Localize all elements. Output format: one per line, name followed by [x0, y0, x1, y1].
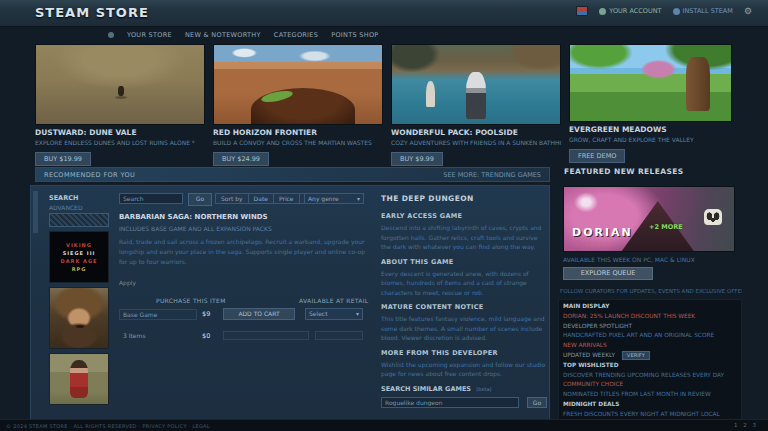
description-title: THE DEEP DUNGEON — [381, 194, 547, 203]
advanced-label[interactable]: ADVANCED — [49, 204, 83, 211]
game-card: WONDERFUL PACK: POOLSIDE COZY ADVENTURES… — [391, 44, 561, 166]
figure-main — [466, 72, 486, 119]
header-actions: YOUR ACCOUNT INSTALL STEAM ⚙ — [576, 6, 752, 16]
top-header-bar: STEAM STORE YOUR ACCOUNT INSTALL STEAM ⚙ — [0, 0, 768, 27]
capsule-tag: +2 MORE — [649, 223, 683, 231]
section-heading: MORE FROM THIS DEVELOPER — [381, 349, 547, 357]
game-card: RED HORIZON FRONTIER BUILD A CONVOY AND … — [213, 44, 383, 166]
verify-button[interactable]: VERIFY — [622, 351, 650, 360]
poster-line: RPG — [50, 266, 108, 272]
game-poster-thumb[interactable]: VIKING SIEGE III DARK AGE RPG — [49, 231, 109, 283]
section-heading: MATURE CONTENT NOTICE — [381, 303, 547, 311]
detail-row[interactable]: DORIAN: 25% LAUNCH DISCOUNT THIS WEEK — [563, 312, 741, 322]
sidebar-section-title: FEATURED NEW RELEASES — [564, 167, 684, 176]
section-paragraph: Descend into a shifting labyrinth of cav… — [381, 223, 547, 252]
genre-value: Any genre — [308, 194, 339, 203]
featured-cards-row: DUSTWARD: DUNE VALE EXPLORE ENDLESS DUNE… — [35, 44, 745, 166]
flag-icon[interactable] — [576, 6, 588, 16]
similar-search-row: Go — [381, 397, 547, 409]
retail-select-value: Select — [309, 309, 328, 319]
genre-dropdown[interactable]: Any genre ▾ — [304, 193, 364, 204]
account-link[interactable]: YOUR ACCOUNT — [599, 7, 661, 15]
section-title: RECOMMENDED FOR YOU — [36, 171, 135, 179]
game-thumbnail[interactable] — [569, 44, 732, 122]
globe-icon — [108, 32, 114, 38]
search-go-button[interactable]: Go — [188, 193, 212, 206]
retail-select-dropdown[interactable]: Select ▾ — [305, 308, 363, 320]
install-link[interactable]: INSTALL STEAM — [673, 7, 733, 15]
price-button[interactable]: BUY $24.99 — [213, 152, 269, 166]
gear-icon[interactable]: ⚙ — [744, 7, 752, 16]
detail-row: DISCOVER TRENDING UPCOMING RELEASES EVER… — [563, 371, 741, 381]
chevron-down-icon: ▾ — [357, 194, 360, 203]
red-dress-figure — [70, 360, 88, 398]
skull-icon — [704, 209, 722, 225]
tree-trunk — [686, 57, 710, 111]
similar-search-go-button[interactable]: Go — [527, 397, 547, 408]
game-title[interactable]: EVERGREEN MEADOWS — [569, 125, 732, 134]
game-thumbnail[interactable] — [391, 44, 561, 125]
filter-tags-box[interactable] — [49, 213, 109, 227]
game-card: DUSTWARD: DUNE VALE EXPLORE ENDLESS DUNE… — [35, 44, 205, 166]
purchase-row-label: 3 Items — [123, 332, 146, 339]
sort-price-segment[interactable]: Price — [273, 194, 299, 203]
game-subtitle: BUILD A CONVOY AND CROSS THE MARTIAN WAS… — [213, 139, 383, 146]
game-title[interactable]: WONDERFUL PACK: POOLSIDE — [391, 128, 561, 137]
mound-shape — [251, 88, 355, 125]
explore-queue-button[interactable]: EXPLORE QUEUE — [563, 267, 653, 280]
featured-capsule[interactable]: +2 MORE DORIAN II · ORIGINS — [563, 186, 735, 252]
thumbnail-rail: VIKING SIEGE III DARK AGE RPG — [49, 213, 109, 405]
character-thumb[interactable] — [49, 353, 109, 405]
selected-item-description: Raid, trade and sail across a frozen arc… — [119, 237, 371, 277]
nav-item-your-store[interactable]: YOUR STORE — [127, 31, 172, 39]
price-button[interactable]: BUY $9.99 — [391, 152, 443, 166]
game-card: EVERGREEN MEADOWS GROW, CRAFT AND EXPLOR… — [569, 44, 732, 163]
selected-item-subtitle: INCLUDES BASE GAME AND ALL EXPANSION PAC… — [119, 225, 375, 232]
section-paragraph: Wishlist the upcoming expansion and foll… — [381, 360, 547, 379]
scrollbar[interactable] — [33, 191, 38, 233]
see-more-link[interactable]: SEE MORE: TRENDING GAMES — [443, 171, 549, 179]
game-thumbnail[interactable] — [213, 44, 383, 125]
steam-store-window: STEAM STORE YOUR ACCOUNT INSTALL STEAM ⚙… — [0, 0, 768, 431]
sort-control: Sort by Date Price ▾ — [215, 193, 314, 204]
empty-field[interactable] — [223, 331, 309, 340]
empty-field[interactable] — [315, 331, 363, 340]
sort-date-segment[interactable]: Date — [248, 194, 273, 203]
sort-by-segment[interactable]: Sort by — [216, 194, 248, 203]
price-button[interactable]: FREE DEMO — [569, 149, 625, 163]
detail-row: TOP WISHLISTED — [563, 361, 741, 371]
poster-line: DARK AGE — [50, 258, 108, 264]
nav-item-points-shop[interactable]: POINTS SHOP — [331, 31, 378, 39]
section-header-bar: RECOMMENDED FOR YOU SEE MORE: TRENDING G… — [35, 167, 550, 182]
game-subtitle: GROW, CRAFT AND EXPLORE THE VALLEY — [569, 136, 732, 143]
purchase-row-price: $0 — [202, 332, 210, 340]
add-to-cart-button[interactable]: ADD TO CART — [223, 308, 295, 320]
barbarian-portrait-thumb[interactable] — [49, 287, 109, 349]
store-logo[interactable]: STEAM STORE — [35, 5, 149, 20]
search-input[interactable] — [119, 193, 183, 204]
download-icon — [673, 8, 680, 15]
install-link-label: INSTALL STEAM — [683, 7, 733, 15]
nav-item-new[interactable]: NEW & NOTEWORTHY — [185, 31, 261, 39]
similar-search-heading: SEARCH SIMILAR GAMES (beta) — [381, 385, 547, 393]
selected-item-title[interactable]: BARBARIAN SAGA: NORTHERN WINDS — [119, 213, 375, 221]
main-content-panel: SEARCH ADVANCED Go Sort by Date Price ▾ … — [30, 185, 550, 420]
similar-search-input[interactable] — [381, 397, 519, 408]
nav-item-categories[interactable]: CATEGORIES — [274, 31, 318, 39]
game-title[interactable]: RED HORIZON FRONTIER — [213, 128, 383, 137]
price-button[interactable]: BUY $19.99 — [35, 152, 91, 166]
store-nav: YOUR STORE NEW & NOTEWORTHY CATEGORIES P… — [108, 31, 379, 39]
sidebar-note: FOLLOW CURATORS FOR UPDATES, EVENTS AND … — [560, 288, 742, 294]
game-title[interactable]: DUSTWARD: DUNE VALE — [35, 128, 205, 137]
detail-row[interactable]: COMMUNITY CHOICE — [563, 380, 741, 390]
game-subtitle: COZY ADVENTURES WITH FRIENDS IN A SUNKEN… — [391, 139, 561, 146]
apply-link[interactable]: Apply — [119, 279, 136, 286]
purchase-row-label: Base Game — [119, 309, 197, 320]
detail-row: UPDATED WEEKLY VERIFY — [563, 351, 741, 361]
pagination[interactable]: 1 2 3 — [734, 422, 758, 428]
globe-icon — [599, 8, 606, 15]
detail-row: HANDCRAFTED PIXEL ART AND AN ORIGINAL SC… — [563, 331, 741, 341]
detail-row[interactable]: NEW ARRIVALS — [563, 341, 741, 351]
section-paragraph: This title features fantasy violence, mi… — [381, 314, 547, 343]
game-thumbnail[interactable] — [35, 44, 205, 125]
